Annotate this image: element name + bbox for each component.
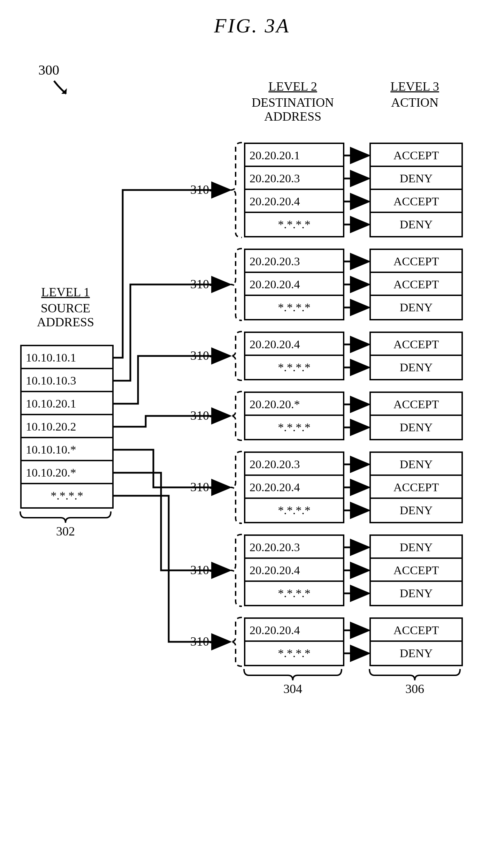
source-row: 10.10.20.2 [22,415,112,438]
action-row: ACCEPT [371,333,461,356]
source-address-table: 10.10.10.110.10.10.310.10.20.110.10.20.2… [20,345,114,509]
destination-row: 20.20.20.1 [245,144,343,167]
action-row: DENY [371,582,461,605]
action-row: DENY [371,167,461,190]
action-row: DENY [371,642,461,665]
header-level-3: LEVEL 3 ACTION [369,79,460,110]
level2-sub: DESTINATION ADDRESS [244,96,342,123]
destination-row: *.*.*.* [245,582,343,605]
action-row: DENY [371,499,461,522]
level2-name: LEVEL 2 [244,79,342,94]
source-row: 10.10.20.1 [22,392,112,415]
group-label: 310-2 [167,277,220,291]
action-row: DENY [371,453,461,476]
action-row: DENY [371,296,461,319]
destination-row: 20.20.20.* [245,393,343,416]
source-row: *.*.*.* [22,484,112,507]
group-label: 310-4 [167,408,220,423]
destination-row: *.*.*.* [245,356,343,379]
group-label: 310-5 [167,480,220,494]
action-table: DENYACCEPTDENY [369,451,463,523]
action-row: ACCEPT [371,393,461,416]
group-label: 310-3 [167,348,220,363]
action-table: ACCEPTDENY [369,332,463,380]
action-table: ACCEPTDENYACCEPTDENY [369,143,463,237]
action-table: ACCEPTDENY [369,392,463,440]
destination-table: 20.20.20.320.20.20.4*.*.*.* [244,451,344,523]
source-row: 10.10.10.3 [22,369,112,392]
header-level-1: LEVEL 1 SOURCE ADDRESS [20,285,111,329]
destination-row: 20.20.20.4 [245,619,343,642]
action-row: ACCEPT [371,619,461,642]
action-row: DENY [371,356,461,379]
destination-row: 20.20.20.4 [245,190,343,213]
ref-306: 306 [397,682,432,696]
ref-302: 302 [48,524,83,539]
destination-row: *.*.*.* [245,499,343,522]
destination-table: 20.20.20.4*.*.*.* [244,332,344,380]
action-table: DENYACCEPTDENY [369,534,463,606]
destination-row: *.*.*.* [245,416,343,439]
group-label: 310-6 [167,563,220,577]
pointer-arrow-icon [52,79,73,100]
destination-row: *.*.*.* [245,213,343,236]
action-row: ACCEPT [371,190,461,213]
diagram-container: 300 LEVEL 1 SOURCE ADDRESS LEVEL 2 DESTI… [14,48,490,815]
ref-304: 304 [275,682,310,696]
level3-sub: ACTION [369,96,460,110]
destination-row: 20.20.20.3 [245,453,343,476]
action-row: ACCEPT [371,144,461,167]
level3-name: LEVEL 3 [369,79,460,94]
action-row: DENY [371,536,461,559]
destination-table: 20.20.20.**.*.*.* [244,392,344,440]
action-table: ACCEPTDENY [369,617,463,666]
destination-row: 20.20.20.4 [245,333,343,356]
destination-row: 20.20.20.3 [245,250,343,273]
action-row: ACCEPT [371,476,461,499]
destination-table: 20.20.20.120.20.20.320.20.20.4*.*.*.* [244,143,344,237]
destination-table: 20.20.20.320.20.20.4*.*.*.* [244,249,344,320]
destination-row: *.*.*.* [245,642,343,665]
action-row: ACCEPT [371,273,461,296]
header-level-2: LEVEL 2 DESTINATION ADDRESS [244,79,342,123]
group-label: 310-1 [167,182,220,197]
action-row: DENY [371,213,461,236]
source-row: 10.10.20.* [22,461,112,484]
figure-title: FIG. 3A [14,14,490,37]
action-row: DENY [371,416,461,439]
destination-row: 20.20.20.3 [245,167,343,190]
destination-row: 20.20.20.3 [245,536,343,559]
level1-sub: SOURCE ADDRESS [20,302,111,329]
destination-table: 20.20.20.4*.*.*.* [244,617,344,666]
destination-row: 20.20.20.4 [245,476,343,499]
ref-300: 300 [38,62,59,78]
action-row: ACCEPT [371,250,461,273]
action-table: ACCEPTACCEPTDENY [369,249,463,320]
destination-row: 20.20.20.4 [245,559,343,582]
level1-name: LEVEL 1 [20,285,111,299]
source-row: 10.10.10.1 [22,346,112,369]
action-row: ACCEPT [371,559,461,582]
group-label: 310-7 [167,634,220,649]
destination-table: 20.20.20.320.20.20.4*.*.*.* [244,534,344,606]
destination-row: *.*.*.* [245,296,343,319]
destination-row: 20.20.20.4 [245,273,343,296]
source-row: 10.10.10.* [22,438,112,461]
